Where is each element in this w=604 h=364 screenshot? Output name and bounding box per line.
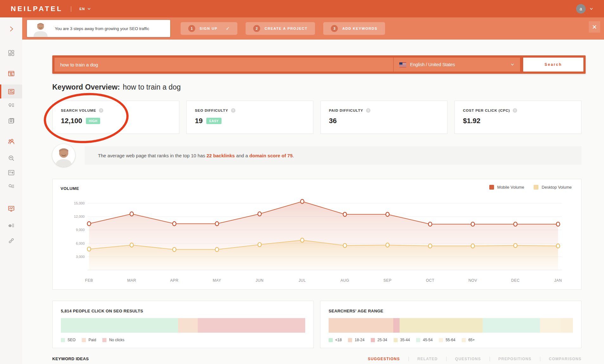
legend-swatch bbox=[416, 338, 420, 342]
keyword-ideas-icon bbox=[8, 102, 15, 109]
close-icon: ✕ bbox=[592, 23, 597, 31]
backlinks-link[interactable]: 22 backlinks bbox=[207, 153, 235, 158]
bar-segment-18-24 bbox=[329, 318, 393, 333]
page-title: Keyword Overview:how to train a dog bbox=[52, 83, 181, 91]
volume-chart-title: VOLUME bbox=[61, 186, 79, 191]
bar-segment-25-34 bbox=[393, 318, 399, 333]
search-button[interactable]: Search bbox=[523, 58, 583, 72]
legend-swatch bbox=[82, 338, 86, 342]
sidebar-item-backlinks[interactable] bbox=[0, 234, 22, 248]
legend-swatch bbox=[394, 338, 398, 342]
bar-segment-paid bbox=[178, 318, 198, 333]
sidebar-item-site-audit[interactable] bbox=[0, 151, 22, 165]
metric-label: SEO DIFFICULTY? bbox=[195, 108, 305, 113]
keywords-list-icon bbox=[8, 183, 15, 191]
age-range-card: SEARCHERS' AGE RANGE <1818-2425-3435-444… bbox=[320, 301, 582, 348]
sidebar-item-keyword-ideas[interactable] bbox=[0, 98, 22, 112]
tab-comparisons[interactable]: COMPARISONS bbox=[540, 357, 582, 361]
bar-segment-seo bbox=[61, 318, 178, 333]
sidebar-item-keyword-overview[interactable] bbox=[0, 85, 22, 98]
language-dropdown-label: EN bbox=[80, 7, 85, 11]
sidebar-item-traffic-estimation[interactable] bbox=[0, 166, 22, 179]
avatar[interactable]: a bbox=[576, 4, 586, 14]
legend-label: Paid bbox=[88, 338, 96, 342]
metric-value: 12,100HIGH bbox=[61, 117, 171, 125]
tab-suggestions[interactable]: SUGGESTIONS bbox=[359, 357, 408, 361]
legend-swatch bbox=[348, 338, 352, 342]
sidebar-item-keyword-research[interactable] bbox=[0, 66, 22, 80]
sidebar-item-rank-tracking[interactable] bbox=[0, 201, 22, 215]
svg-text:APR: APR bbox=[170, 278, 178, 283]
help-icon[interactable]: ? bbox=[366, 108, 370, 113]
svg-text:SEP: SEP bbox=[383, 278, 392, 283]
legend-label: 18-24 bbox=[355, 338, 364, 342]
metric-number: 36 bbox=[329, 117, 337, 125]
tab-related[interactable]: RELATED bbox=[409, 357, 446, 361]
onboarding-step-create-a-project[interactable]: 2CREATE A PROJECT bbox=[246, 22, 315, 35]
bar-segment-45-54 bbox=[483, 318, 540, 333]
banner-message-card: You are 3 steps away from growing your S… bbox=[27, 20, 170, 37]
legend-label: Desktop Volume bbox=[542, 185, 572, 190]
legend-label: 55-64 bbox=[446, 338, 455, 342]
bar-segment-55-64 bbox=[540, 318, 561, 333]
legend-label: <18 bbox=[335, 338, 342, 342]
onboarding-step-add-keywords[interactable]: 3ADD KEYWORDS bbox=[323, 22, 385, 35]
insight-text: The average web page that ranks in the t… bbox=[98, 153, 294, 158]
step-label: SIGN UP bbox=[200, 27, 217, 30]
legend-swatch bbox=[102, 338, 106, 342]
legend-label: Mobile Volume bbox=[497, 185, 524, 190]
legend-swatch bbox=[329, 338, 333, 342]
sidebar-item-content-ideas[interactable] bbox=[0, 114, 22, 128]
sidebar-item-expand-sidebar[interactable] bbox=[0, 22, 22, 36]
onboarding-step-sign-up[interactable]: 1SIGN UP✓ bbox=[181, 22, 237, 35]
keyword-search-input[interactable] bbox=[55, 58, 393, 72]
page-title-prefix: Keyword Overview: bbox=[52, 83, 120, 91]
metric-number: 12,100 bbox=[61, 117, 82, 125]
insight-text-bar: The average web page that ranks in the t… bbox=[85, 146, 582, 165]
legend-swatch bbox=[439, 338, 443, 342]
svg-text:6,000: 6,000 bbox=[76, 242, 85, 245]
sidebar-item-dashboard[interactable] bbox=[0, 46, 22, 60]
sidebar-item-visibility[interactable] bbox=[0, 219, 22, 233]
sidebar-item-competitors[interactable] bbox=[0, 134, 22, 148]
bar-segment-no-clicks bbox=[198, 318, 305, 333]
svg-text:JUL: JUL bbox=[299, 278, 306, 283]
domain-score-link[interactable]: domain score of 75 bbox=[249, 153, 293, 158]
help-icon[interactable]: ? bbox=[231, 108, 235, 113]
help-icon[interactable]: ? bbox=[513, 108, 517, 113]
legend-item-35-44: 35-44 bbox=[394, 338, 410, 342]
svg-text:FEB: FEB bbox=[85, 278, 93, 283]
step-label: CREATE A PROJECT bbox=[265, 27, 307, 30]
account-menu[interactable]: a bbox=[576, 4, 593, 14]
svg-text:DEC: DEC bbox=[511, 278, 520, 283]
metric-number: $1.92 bbox=[463, 117, 480, 125]
onboarding-steps: 1SIGN UP✓2CREATE A PROJECT3ADD KEYWORDS bbox=[181, 22, 385, 35]
metric-label: PAID DIFFICULTY? bbox=[329, 108, 439, 113]
legend-swatch bbox=[371, 338, 375, 342]
metric-value: $1.92 bbox=[463, 117, 573, 125]
metric-cards-row: SEARCH VOLUME?12,100HIGHSEO DIFFICULTY?1… bbox=[52, 101, 582, 134]
sidebar-item-keywords-list[interactable] bbox=[0, 180, 22, 194]
top-bar: NEILPATEL | EN a bbox=[0, 0, 604, 17]
language-dropdown[interactable]: EN bbox=[80, 7, 91, 11]
close-banner-button[interactable]: ✕ bbox=[589, 21, 600, 33]
backlinks-icon bbox=[8, 237, 15, 244]
step-number: 3 bbox=[331, 25, 338, 32]
svg-text:NOV: NOV bbox=[468, 278, 477, 283]
metric-card-search-volume: SEARCH VOLUME?12,100HIGH bbox=[52, 101, 179, 134]
language-country-select[interactable]: English / United States bbox=[393, 58, 520, 72]
help-icon[interactable]: ? bbox=[99, 108, 103, 113]
bar-segment-35-44 bbox=[400, 318, 483, 333]
metric-card-seo-difficulty: SEO DIFFICULTY?19EASY bbox=[186, 101, 313, 134]
legend-item-no-clicks: No clicks bbox=[102, 338, 124, 342]
insight-row: The average web page that ranks in the t… bbox=[52, 144, 582, 167]
tab-questions[interactable]: QUESTIONS bbox=[447, 357, 489, 361]
expand-sidebar-icon bbox=[8, 25, 15, 33]
svg-text:OCT: OCT bbox=[426, 278, 434, 283]
metric-card-paid-difficulty: PAID DIFFICULTY?36 bbox=[320, 101, 447, 134]
keyword-overview-icon bbox=[8, 88, 15, 95]
metric-number: 19 bbox=[195, 117, 202, 125]
dashboard-icon bbox=[8, 49, 15, 57]
tab-prepositions[interactable]: PREPOSITIONS bbox=[490, 357, 540, 361]
legend-item-seo: SEO bbox=[61, 338, 75, 342]
